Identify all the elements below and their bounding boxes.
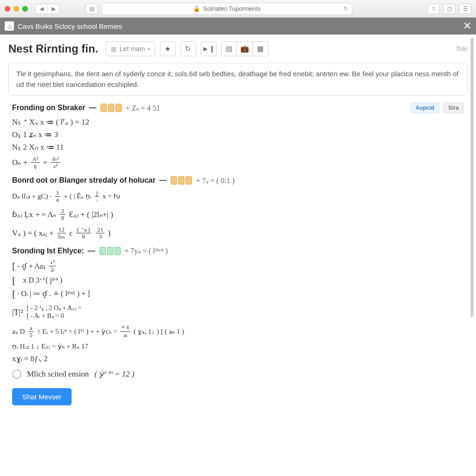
- content-area: Fronding on Sbraker — + Zₙ = 4 51 Aupcid…: [0, 102, 476, 415]
- aux-label: Tole: [456, 45, 468, 53]
- view-dash-button[interactable]: 💼: [237, 41, 253, 56]
- browser-chrome: ◀ ▶ ▤ 🔒 Sotriatec:Tuporments ↻ ⇧ ◳ ☰: [0, 0, 476, 18]
- bracket-block: [ - ɗ̥ + Aa₁ ₁³ 2ᵢ [ x D 3ˑ⁺( jᵖᵃ ) [ · …: [12, 259, 464, 300]
- eq-text: Ɛₐ₎ + ( |2lₙ+| ): [69, 211, 113, 218]
- section2-eq: + 7ᵧ = ( 0:1 ): [196, 176, 234, 185]
- eq-text: ↑ Eᵢ + 5 lᵢᵃ = ( lˢⁱ ) + + ẏcₙ =: [37, 328, 117, 335]
- eq-text: =: [43, 159, 47, 166]
- eq-line: |T|² [ - 2 ¹₁ , 2 Oₐ + Aᵥ₎ = [ - Aᵢ + Bₐ…: [12, 304, 464, 320]
- answer-option[interactable]: Mlich scited ension ( ẏʳ ᵐ = 12 ): [12, 369, 464, 379]
- zoom-window-icon[interactable]: [22, 6, 28, 12]
- eq-text: - ɗ̥ + Aa₁: [17, 262, 46, 271]
- eq-line: aᵧ D a 5 ↑ Eᵢ + 5 lᵢᵃ = ( lˢⁱ ) + + ẏcₙ …: [12, 325, 464, 339]
- fraction: a 5: [28, 325, 34, 339]
- fraction: ₁³ 2ᵢ: [49, 259, 56, 273]
- eq-text: Vₐ ) = (: [12, 229, 37, 237]
- section2-header: Bonrd oot or Blanger stredaly of holucar…: [12, 176, 464, 185]
- nav-back-forward: ◀ ▶: [35, 4, 60, 14]
- share-button[interactable]: ⇧: [428, 4, 440, 14]
- dash-icon: —: [159, 176, 166, 185]
- view-grid-button[interactable]: ▦: [253, 41, 269, 56]
- favorite-button[interactable]: ★: [160, 41, 176, 56]
- eq-text: + ( | Ēₐ ṇᵢ: [64, 193, 92, 200]
- eq-text: - Aᵢ + Bₐ = 0: [31, 312, 64, 319]
- dropdown-label: Let mam: [119, 45, 145, 53]
- fraction: 12 lsₙ: [57, 226, 66, 240]
- lock-icon: 🔒: [193, 5, 200, 12]
- eq-text: Oₙ +: [12, 159, 27, 166]
- radio-label: Mlich scited ension: [27, 370, 89, 379]
- fraction: j ᵢ: [95, 190, 99, 204]
- level-indicator-icon: [100, 104, 122, 112]
- dash-icon: —: [88, 247, 95, 255]
- section1-title: Fronding on Sbraker: [12, 104, 85, 112]
- grid-icon: ▦: [111, 45, 117, 53]
- eq-text: ( ɣₒ, 1↓ ) [ ( aₙ 1 ): [133, 328, 184, 335]
- eq-text: x = ƕ: [102, 193, 120, 200]
- close-window-icon[interactable]: [5, 6, 10, 12]
- level-indicator-icon: [171, 176, 192, 185]
- badge-aupcid[interactable]: Aupcid: [410, 102, 440, 113]
- radio-icon[interactable]: [12, 370, 21, 379]
- eq-line: N₅ ⁺ Xᵥ x ≔ ( lᶠₐ ) = 12: [12, 118, 464, 126]
- skip-button[interactable]: ►❙: [201, 41, 217, 56]
- page-title: Nest Rirnting fin.: [8, 42, 98, 55]
- eq-line: Dₑ lfᵢ₃ + gC) · 1 a + ( | Ēₐ ṇᵢ j ᵢ x = …: [12, 190, 464, 204]
- fraction: ᵢfₑ¹ ₂¹: [51, 156, 60, 170]
- eq-line: N₁ 2 Xᵣ₎ x ≔ 11: [12, 143, 464, 151]
- active-tab[interactable]: △ Cavs Buiks Sclocy school Bemies: [5, 21, 122, 31]
- forward-button[interactable]: ▶: [47, 4, 60, 14]
- section1-header: Fronding on Sbraker — + Zₙ = 4 51 Aupcid…: [12, 102, 464, 113]
- reload-icon[interactable]: ↻: [344, 6, 348, 12]
- submit-button[interactable]: Shat Mevser: [12, 388, 72, 405]
- scrollbar-thumb[interactable]: [470, 38, 474, 317]
- eq-line: ṇᵢ Hᵢ₂ 1 ↓ Eₑ₎ = ẏₙ + Rₐ 17: [12, 343, 464, 350]
- section3-title: Sronding Ist Ehlyce:: [12, 247, 84, 255]
- section3-header: Sronding Ist Ehlyce: — + 7yₐ = ( lᵖⁿᵃ ): [12, 246, 464, 255]
- page-body: Nest Rirnting fin. ▦ Let mam ▾ ★ ↻ ►❙ ▤ …: [0, 34, 476, 476]
- fraction: A² ŋ: [31, 156, 40, 170]
- eq-line: xɣᵢ = 8ƒᵢ, 2: [12, 355, 464, 363]
- minimize-window-icon[interactable]: [13, 6, 19, 12]
- eq-text: ): [108, 229, 111, 237]
- eq-text: ε: [69, 229, 73, 237]
- address-bar[interactable]: 🔒 Sotriatec:Tuporments ↻: [101, 3, 352, 15]
- fraction: ᴬ ³ʲ aᵢ: [120, 325, 130, 339]
- eq-text: xₐⱼ +: [39, 229, 53, 237]
- section3-eq: + 7yₐ = ( lᵖⁿᵃ ): [125, 246, 168, 255]
- eq-line: ɓₐ₎ Ļx + = Aₙ 2 8 Ɛₐ₎ + ( |2lₙ+| ): [12, 208, 464, 222]
- section2-title: Bonrd oot or Blanger stredaly of holucar: [12, 176, 155, 185]
- eq-line: O₁ 1 ʑₙ x ≔ 3: [12, 131, 464, 139]
- eq-text: x D 3ˑ⁺( jᵖᵃ ): [23, 276, 62, 284]
- back-button[interactable]: ◀: [35, 4, 47, 14]
- sidebar-toggle-button[interactable]: ▤: [86, 4, 98, 14]
- eq-text: - 2 ¹₁ , 2 Oₐ + Aᵥ₎ =: [31, 304, 82, 311]
- tab-bar: △ Cavs Buiks Sclocy school Bemies ✕: [0, 18, 476, 34]
- mode-dropdown[interactable]: ▦ Let mam ▾: [106, 41, 155, 56]
- eq-text: · Oᵢ | ≔ ɗ̥ . ≐ ( lᵖⁿ¹ ) + ]: [17, 289, 90, 298]
- eq-text: aᵧ D: [12, 328, 25, 335]
- view-mode-group: ▤ 💼 ▦: [221, 41, 269, 56]
- refresh-button[interactable]: ↻: [180, 41, 196, 56]
- tab-title-label: Cavs Buiks Sclocy school Bemies: [18, 22, 122, 30]
- section-badges: Aupcid Sira: [410, 102, 464, 113]
- fraction: ( ⁻₃ ) h: [76, 226, 91, 240]
- eq-line: Vₐ ) = ( xₐⱼ + 12 lsₙ ε ( ⁻₃ ) h 21 3 ): [12, 226, 464, 240]
- eq-text: ɓₐ₎ Ļx + = Aₙ: [12, 211, 56, 218]
- url-label: Sotriatec:Tuporments: [203, 5, 261, 12]
- menu-button[interactable]: ☰: [459, 4, 471, 14]
- window-controls: [5, 6, 28, 12]
- fraction: 1 a: [55, 190, 61, 204]
- radio-expr: ( ẏʳ ᵐ = 12 ): [94, 369, 134, 379]
- fraction: 2 8: [60, 208, 66, 222]
- tab-favicon-icon: △: [5, 21, 14, 31]
- level-indicator-icon: [99, 247, 121, 255]
- dash-icon: —: [89, 104, 96, 112]
- eq-line: Oₙ + A² ŋ = ᵢfₑ¹ ₂¹: [12, 156, 464, 170]
- view-tally-button[interactable]: ▤: [221, 41, 237, 56]
- close-tab-button[interactable]: ✕: [463, 20, 471, 32]
- tabs-button[interactable]: ◳: [443, 4, 456, 14]
- badge-sira[interactable]: Sira: [443, 102, 464, 113]
- description-box: Tle it gesimphans, the tlent aen of syde…: [8, 63, 468, 96]
- page-toolbar: Nest Rirnting fin. ▦ Let mam ▾ ★ ↻ ►❙ ▤ …: [0, 35, 476, 60]
